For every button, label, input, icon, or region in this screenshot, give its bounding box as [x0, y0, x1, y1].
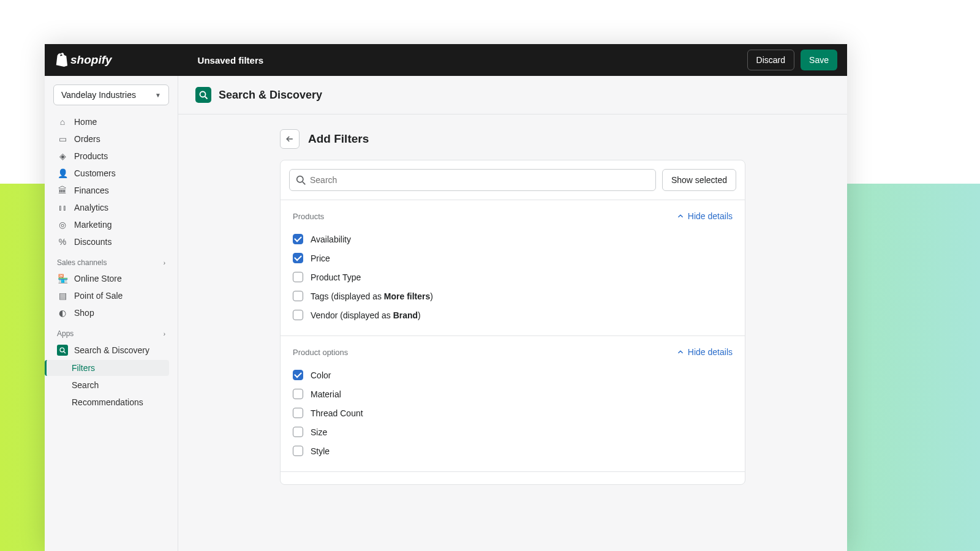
svg-line-6 — [303, 182, 305, 184]
hide-details-link[interactable]: Hide details — [677, 211, 733, 221]
nav-shop[interactable]: ◐Shop — [53, 305, 169, 321]
checkbox[interactable] — [293, 389, 303, 399]
nav-discounts[interactable]: %Discounts — [53, 234, 169, 250]
nav-pos[interactable]: ▤Point of Sale — [53, 288, 169, 304]
analytics-icon: ⫾⫾ — [57, 203, 68, 212]
checkbox[interactable] — [293, 408, 303, 418]
pos-icon: ▤ — [57, 291, 68, 301]
search-discovery-app-icon — [57, 345, 68, 356]
discounts-icon: % — [57, 237, 68, 247]
filters-card: Show selected Products Hide details Avai… — [280, 160, 745, 485]
orders-icon: ▭ — [57, 134, 68, 144]
search-discovery-app-icon — [195, 87, 211, 103]
chevron-down-icon: ▼ — [155, 92, 161, 99]
sub-page-title: Add Filters — [308, 132, 369, 146]
filter-thread-count[interactable]: Thread Count — [293, 403, 733, 422]
nav-marketing[interactable]: ◎Marketing — [53, 217, 169, 233]
nav-customers[interactable]: 👤Customers — [53, 165, 169, 181]
hide-details-link[interactable]: Hide details — [677, 347, 733, 357]
nav-section-sales: Sales channels› — [53, 251, 169, 269]
section-products: Products Hide details Availability Price… — [281, 200, 745, 336]
nav-online-store[interactable]: 🏪Online Store — [53, 271, 169, 287]
main-content: Search & Discovery Add Filters — [178, 76, 847, 551]
section-title: Product options — [293, 348, 348, 357]
svg-point-0 — [60, 348, 64, 352]
search-icon — [296, 175, 306, 186]
checkbox[interactable] — [293, 310, 303, 320]
products-icon: ◈ — [57, 151, 68, 161]
home-icon: ⌂ — [57, 117, 68, 127]
checkbox[interactable] — [293, 446, 303, 456]
arrow-left-icon — [285, 134, 295, 144]
finances-icon: 🏛 — [57, 186, 68, 195]
filter-material[interactable]: Material — [293, 384, 733, 403]
checkbox[interactable] — [293, 234, 303, 244]
nav-sub-filters[interactable]: Filters — [45, 360, 169, 376]
nav-products[interactable]: ◈Products — [53, 148, 169, 164]
back-button[interactable] — [280, 129, 300, 149]
marketing-icon: ◎ — [57, 220, 68, 230]
svg-point-5 — [297, 176, 303, 182]
filter-vendor[interactable]: Vendor (displayed as Brand) — [293, 305, 733, 324]
nav-sub-recommendations[interactable]: Recommendations — [53, 394, 169, 410]
nav-sub-search[interactable]: Search — [53, 377, 169, 393]
nav-section-apps: Apps› — [53, 322, 169, 340]
chevron-up-icon — [677, 212, 684, 220]
filter-style[interactable]: Style — [293, 441, 733, 460]
checkbox[interactable] — [293, 291, 303, 301]
shopify-bag-icon — [55, 53, 68, 67]
sidebar: Vandelay Industries ▼ ⌂Home ▭Orders ◈Pro… — [45, 76, 178, 551]
filter-tags[interactable]: Tags (displayed as More filters) — [293, 287, 733, 305]
section-product-options: Product options Hide details Color Mater… — [281, 336, 745, 472]
nav-finances[interactable]: 🏛Finances — [53, 182, 169, 198]
customers-icon: 👤 — [57, 168, 68, 178]
checkbox[interactable] — [293, 370, 303, 380]
chevron-up-icon — [677, 348, 684, 356]
nav-search-discovery[interactable]: Search & Discovery — [53, 342, 169, 359]
filter-availability[interactable]: Availability — [293, 230, 733, 249]
chevron-right-icon[interactable]: › — [164, 331, 165, 337]
filter-size[interactable]: Size — [293, 422, 733, 441]
nav-orders[interactable]: ▭Orders — [53, 131, 169, 147]
section-next — [281, 472, 745, 484]
filter-price[interactable]: Price — [293, 249, 733, 268]
nav-analytics[interactable]: ⫾⫾Analytics — [53, 200, 169, 216]
checkbox[interactable] — [293, 272, 303, 282]
store-icon: 🏪 — [57, 274, 68, 283]
search-input[interactable] — [306, 175, 649, 185]
topbar-title: Unsaved filters — [198, 55, 264, 66]
filter-product-type[interactable]: Product Type — [293, 268, 733, 287]
nav-home[interactable]: ⌂Home — [53, 114, 169, 130]
checkbox[interactable] — [293, 427, 303, 437]
section-title: Products — [293, 212, 324, 221]
page-header: Search & Discovery — [178, 76, 847, 114]
topbar: shopify Unsaved filters Discard Save — [45, 44, 847, 76]
shopify-logo: shopify — [55, 53, 112, 67]
filter-color[interactable]: Color — [293, 365, 733, 384]
save-button[interactable]: Save — [801, 50, 837, 70]
store-selector[interactable]: Vandelay Industries ▼ — [53, 84, 169, 105]
discard-button[interactable]: Discard — [747, 50, 794, 70]
search-field-wrap[interactable] — [289, 169, 656, 191]
shop-icon: ◐ — [57, 308, 68, 318]
svg-line-3 — [205, 96, 207, 99]
store-name: Vandelay Industries — [61, 90, 136, 100]
checkbox[interactable] — [293, 253, 303, 263]
svg-point-2 — [200, 91, 205, 97]
page-title: Search & Discovery — [219, 89, 322, 102]
chevron-right-icon[interactable]: › — [164, 260, 165, 266]
show-selected-button[interactable]: Show selected — [662, 169, 736, 191]
svg-line-1 — [64, 351, 66, 353]
brand-text: shopify — [70, 53, 112, 67]
